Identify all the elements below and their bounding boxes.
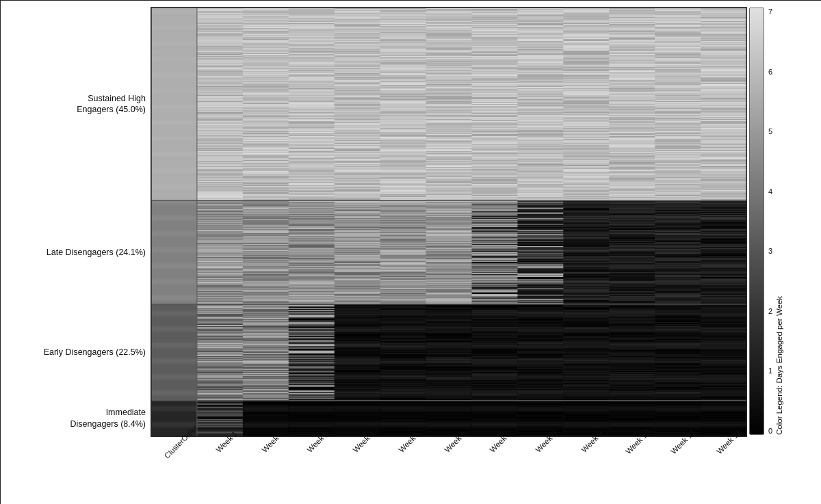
legend-ticks: 01234567 — [767, 8, 772, 435]
legend-tick-3: 3 — [768, 247, 772, 255]
chart-container: Sustained HighEngagers (45.0%)Late Disen… — [0, 0, 821, 504]
legend-tick-4: 4 — [768, 187, 772, 196]
y-label-late-disengagers-(24.1%): Late Disengagers (24.1%) — [1, 200, 151, 304]
legend-tick-1: 1 — [768, 367, 772, 375]
legend-tick-5: 5 — [768, 127, 772, 135]
y-axis-labels: Sustained HighEngagers (45.0%)Late Disen… — [1, 8, 151, 436]
x-axis-labels: ClusterOrderWeek 1Week 2Week 3Week 4Week… — [151, 435, 745, 503]
legend-tick-7: 7 — [768, 8, 772, 16]
legend-tick-6: 6 — [768, 68, 772, 76]
legend-tick-0: 0 — [768, 427, 772, 435]
legend-tick-2: 2 — [768, 307, 772, 315]
y-label-immediate-disengagers-(8.4%): ImmediateDisengagers (8.4%) — [1, 400, 151, 436]
legend-gradient-bar — [749, 8, 764, 435]
legend-area: 01234567Color Legend: Days Engaged per W… — [749, 8, 818, 435]
legend-title: Color Legend: Days Engaged per Week — [775, 8, 783, 435]
y-label-sustained-high-engagers-(45.0%): Sustained HighEngagers (45.0%) — [1, 8, 151, 200]
y-label-early-disengagers-(22.5%): Early Disengagers (22.5%) — [1, 304, 151, 400]
